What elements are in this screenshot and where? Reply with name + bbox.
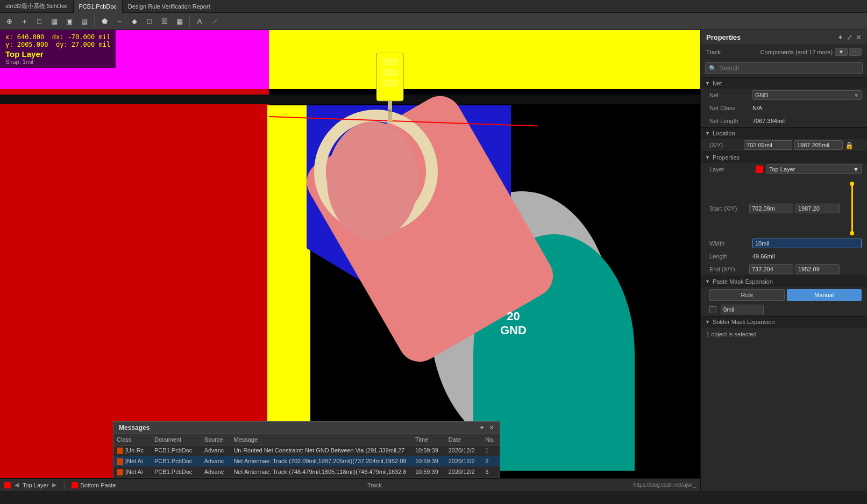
message-row-3[interactable]: [Net Ai PCB1.PcbDoc Advanc Net Antennae:… [113, 466, 500, 477]
paste-checkbox[interactable] [709, 306, 716, 313]
paste-rule-button[interactable]: Rule [709, 289, 785, 301]
width-label: Width [709, 240, 752, 247]
panel-header: Properties ✦ ⤢ ✕ [701, 30, 867, 45]
net-length-label: Net Length [709, 118, 752, 124]
svg-rect-4 [382, 69, 398, 76]
toolbar-btn-add[interactable]: ＋ [17, 15, 31, 28]
section-properties-arrow: ▼ [705, 155, 710, 160]
toolbar-btn-region[interactable]: ▤ [77, 15, 91, 28]
toolbar-btn-keepout[interactable]: ☒ [158, 15, 172, 28]
panel-close-button[interactable]: ✕ [856, 33, 862, 41]
messages-pin-button[interactable]: ✦ [479, 424, 485, 431]
layer-color-box [4, 482, 11, 488]
section-net[interactable]: ▼ Net [701, 77, 867, 89]
toolbar-btn-rect[interactable]: □ [32, 15, 46, 28]
toolbar-btn-via[interactable]: ◆ [127, 15, 141, 28]
canvas-area[interactable]: 20 GND x: 640.000 dx: -70.000 mil y: 200… [0, 30, 700, 491]
panel-header-buttons: ✦ ⤢ ✕ [837, 33, 862, 41]
col-no[interactable]: No. [482, 434, 500, 445]
svg-point-6 [388, 109, 392, 112]
layer-dropdown[interactable]: Top Layer ▼ [766, 164, 862, 174]
panel-pin-button[interactable]: ✦ [837, 33, 843, 41]
msg-1-src: Advanc [201, 445, 231, 456]
col-date[interactable]: Date [445, 434, 482, 445]
msg-2-src: Advanc [201, 456, 231, 466]
messages-title: Messages [119, 424, 150, 431]
message-row-1[interactable]: [Un-Rc PCB1.PcbDoc Advanc Un-Routed Net … [113, 445, 500, 456]
col-class[interactable]: Class [113, 434, 151, 445]
filter-button[interactable]: ▼ [835, 48, 848, 56]
layer-arrow-left[interactable]: ◀ [13, 481, 20, 488]
length-value: 49.66mil [752, 253, 862, 260]
toolbar-btn-select[interactable]: ▣ [62, 15, 76, 28]
toolbar-btn-wave[interactable]: ~ [112, 15, 126, 28]
msg-3-msg: Net Antennae: Track (746.479mil,1805.118… [230, 466, 412, 477]
paste-manual-button[interactable]: Manual [787, 289, 862, 301]
section-location[interactable]: ▼ Location [701, 127, 867, 139]
start-label: Start (X/Y) [709, 205, 747, 212]
location-xy-label: (X/Y) [709, 142, 742, 148]
section-net-arrow: ▼ [705, 81, 710, 86]
gnd-text: GND [500, 323, 527, 337]
msg-1-doc: PCB1.PcbDoc [151, 445, 201, 456]
region-yellow [269, 30, 700, 89]
svg-rect-3 [382, 58, 398, 66]
col-time[interactable]: Time [412, 434, 445, 445]
info-overlay: x: 640.000 dx: -70.000 mil y: 2005.000 d… [0, 30, 116, 68]
messages-header-buttons: ✦ ✕ [479, 424, 494, 431]
col-source[interactable]: Source [201, 434, 231, 445]
tab-pcb[interactable]: PCB1.PcbDoc [74, 0, 123, 13]
tab-drc[interactable]: Design Rule Verification Report [123, 0, 216, 13]
net-dropdown-arrow: ▼ [854, 92, 859, 98]
location-y-input[interactable] [794, 140, 843, 150]
toolbar-btn-copper[interactable]: ▦ [173, 15, 187, 28]
panel-expand-button[interactable]: ⤢ [847, 33, 852, 41]
section-paste[interactable]: ▼ Paste Mask Expansion [701, 276, 867, 287]
end-y-input[interactable] [795, 264, 840, 274]
layer-value: Top Layer [769, 166, 795, 172]
msg-2-date: 2020/12/2 [445, 456, 482, 466]
message-row-2[interactable]: [Net Ai PCB1.PcbDoc Advanc Net Antennae:… [113, 456, 500, 466]
paste-value-input[interactable] [721, 305, 764, 314]
bottom-layer-label: Bottom Paste [80, 482, 116, 488]
col-message[interactable]: Message [230, 434, 412, 445]
width-input[interactable] [752, 239, 862, 248]
panel-track-text: Track [706, 49, 721, 55]
section-solder[interactable]: ▼ Solder Mask Expansion [701, 316, 867, 327]
toolbar-btn-route[interactable]: ⊕ [2, 15, 16, 28]
coord-x: x: 640.000 dx: -70.000 mil [5, 33, 110, 41]
tab-schematic-label: stm32最小系统.SchDoc [5, 2, 68, 10]
search-input[interactable] [719, 64, 859, 72]
messages-table: Class Document Source Message Time Date … [113, 434, 500, 478]
search-icon: 🔍 [709, 65, 716, 72]
filter-expand-button[interactable]: ⋯ [849, 48, 862, 56]
layer-row: Layer Top Layer ▼ [701, 163, 867, 176]
tab-drc-label: Design Rule Verification Report [128, 3, 210, 10]
msg-1-no: 1 [482, 445, 500, 456]
toolbar-btn-pad[interactable]: □ [143, 15, 157, 28]
toolbar-btn-route2[interactable]: ⬟ [97, 15, 111, 28]
msg-2-msg: Net Antennae: Track (702.09mil,1987.205m… [230, 456, 412, 466]
section-properties[interactable]: ▼ Properties [701, 152, 867, 163]
location-lock-button[interactable]: 🔒 [845, 141, 854, 149]
track-scope-area: Components (and 12 more) ▼ ⋯ [761, 48, 862, 56]
location-x-input[interactable] [744, 140, 792, 150]
tab-schematic[interactable]: stm32最小系统.SchDoc [0, 0, 74, 13]
section-location-arrow: ▼ [705, 131, 710, 136]
start-x-input[interactable] [749, 204, 793, 213]
width-row: Width [701, 237, 867, 250]
toolbar-btn-grid[interactable]: ▦ [47, 15, 61, 28]
end-x-input[interactable] [749, 264, 793, 274]
col-document[interactable]: Document [151, 434, 201, 445]
region-black-bar [0, 95, 700, 104]
layer-arrow-right[interactable]: ▶ [51, 481, 58, 488]
layer-label-text: Layer [709, 166, 752, 172]
layer-indicator[interactable]: ◀ Top Layer ▶ [4, 481, 58, 488]
messages-close-button[interactable]: ✕ [489, 424, 494, 431]
start-y-input[interactable] [795, 204, 840, 213]
toolbar-btn-line[interactable]: ⟋ [208, 15, 222, 28]
bottom-layer-indicator[interactable]: Bottom Paste [72, 482, 116, 488]
net-dropdown[interactable]: GND ▼ [752, 90, 862, 100]
toolbar-btn-text[interactable]: A [193, 15, 207, 28]
messages-panel: Messages ✦ ✕ Class Document Source Messa… [113, 421, 500, 478]
